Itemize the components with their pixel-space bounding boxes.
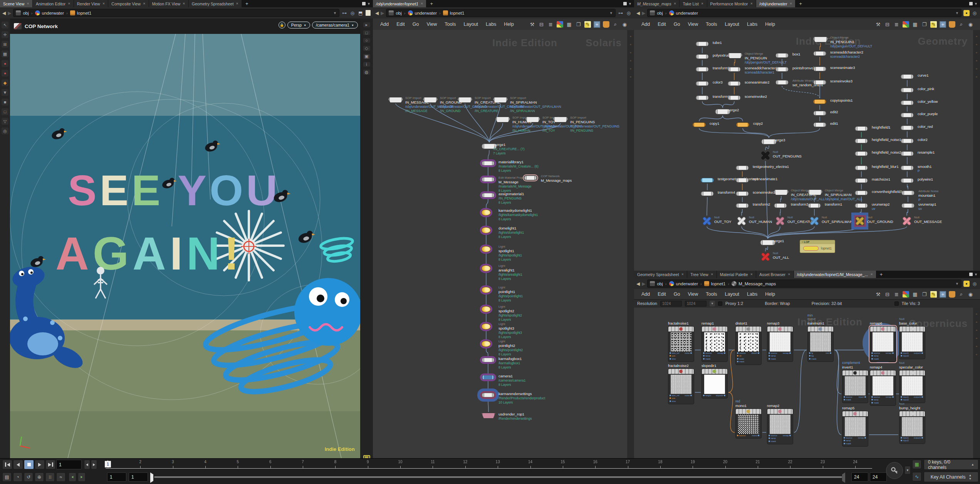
node-karmarendersettings[interactable]: karmarendersettings/Render/Products/rend… bbox=[482, 393, 495, 397]
step-back-button[interactable] bbox=[13, 460, 23, 469]
sticky-note-icon[interactable]: ✎ bbox=[930, 291, 937, 298]
node-sceneaddcharacter1[interactable]: sceneaddcharacter1sceneaddcharacter1 bbox=[728, 67, 741, 72]
snap-icon[interactable]: ▫ bbox=[974, 66, 979, 71]
node-materiallibrary1[interactable]: materiallibrary1/materials/M_Creature...… bbox=[482, 161, 495, 166]
info-icon[interactable]: i bbox=[363, 62, 370, 67]
tab-obj-underwater-lopnet1[interactable]: /obj/underwater/lopnet1✕ bbox=[373, 0, 426, 7]
node-in-spiralman[interactable]: Object MergeIN_SPIRALMAN/obj/spiral_man/… bbox=[808, 190, 822, 195]
menu-add[interactable]: Add bbox=[638, 22, 653, 27]
sim-icon[interactable]: ≈ bbox=[56, 472, 65, 482]
node-remap6[interactable]: sourcerampmaskremap remap6 bbox=[870, 326, 896, 362]
tab-close-icon[interactable]: ✕ bbox=[711, 273, 713, 276]
drop-tool[interactable]: ▼ bbox=[2, 89, 8, 96]
node-in-message[interactable]: SOP ImportIN_MESSAGE/obj/underwater/OUT_… bbox=[388, 97, 403, 102]
node-convertheightfield1[interactable]: convertheightfield1 bbox=[855, 191, 868, 195]
node-arealight1[interactable]: Lightarealight1/lights/arealight18 Layer… bbox=[482, 265, 491, 271]
visibility-icon[interactable]: ◉ bbox=[621, 21, 628, 28]
path-dropdown-icon[interactable]: ▼ bbox=[609, 11, 613, 15]
list-icon[interactable]: ▫ bbox=[974, 58, 979, 63]
dopesheet-icon[interactable]: ⁝⁝ bbox=[45, 472, 55, 482]
node-color-pink[interactable]: color_pink bbox=[901, 88, 914, 92]
node-remap5[interactable]: sourcerampmaskremap remap5 bbox=[842, 411, 868, 447]
list-icon[interactable]: ≣ bbox=[893, 291, 900, 298]
prev-key-button[interactable] bbox=[69, 472, 76, 482]
pointer-icon[interactable]: ▫ bbox=[974, 312, 979, 317]
camera-lock-button[interactable]: 🔒 bbox=[279, 22, 285, 28]
tab-close-icon[interactable]: ✕ bbox=[681, 273, 684, 276]
tree-icon[interactable]: ⊟ bbox=[884, 21, 891, 28]
node-transform1[interactable]: transform1 bbox=[808, 203, 821, 208]
viewport-3d[interactable]: SEE YOU AGAIN! bbox=[10, 18, 360, 458]
palette-icon[interactable] bbox=[903, 291, 909, 298]
resolution-x-field[interactable]: 1024 bbox=[660, 301, 682, 306]
breadcrumb-underwater[interactable]: underwater bbox=[408, 10, 437, 15]
basket-icon[interactable] bbox=[949, 291, 955, 298]
tab-motion-fx-view[interactable]: Motion FX View✕ bbox=[149, 0, 189, 7]
breadcrumb-lopnet1[interactable]: lopnet1 bbox=[443, 10, 465, 15]
frame-icon[interactable]: □ bbox=[363, 30, 370, 35]
tab-performance-monitor[interactable]: Performance Monitor✕ bbox=[707, 0, 757, 7]
pin-icon[interactable]: ⊶ bbox=[341, 10, 347, 16]
palette-icon[interactable] bbox=[903, 21, 909, 28]
nav-forward-button[interactable]: ▶ bbox=[642, 11, 645, 15]
list-icon[interactable]: ≣ bbox=[547, 21, 554, 28]
edit-tool[interactable]: ⊞ bbox=[2, 41, 8, 48]
loop-icon[interactable]: ↺ bbox=[24, 472, 33, 482]
tab-close-icon[interactable]: ✕ bbox=[750, 273, 753, 276]
basket-icon[interactable] bbox=[603, 21, 609, 28]
node-testgeometry-rubbertoy1[interactable]: testgeometry_rubbertoy1 bbox=[701, 178, 714, 183]
nav-back-button[interactable]: ◀ bbox=[636, 11, 640, 15]
node-sceneaddcharacter2[interactable]: sceneaddcharacter2sceneaddcharacter2 bbox=[813, 51, 826, 56]
layout-icon[interactable]: ▣ bbox=[363, 54, 370, 59]
node-pointlight1[interactable]: Lightpointlight1/lights/pointlight18 Lay… bbox=[482, 287, 491, 293]
tree-icon[interactable]: ⊟ bbox=[884, 291, 891, 298]
list-icon[interactable]: ▫ bbox=[974, 336, 979, 341]
node-sceneinvoke1[interactable]: sceneinvoke1 bbox=[736, 191, 749, 196]
network-path-field[interactable]: obj›underwater▼ bbox=[647, 9, 962, 17]
pane-menu-button[interactable]: ▼ bbox=[967, 0, 980, 7]
radar-icon[interactable]: ◎ bbox=[626, 10, 632, 16]
realtime-icon[interactable]: ⊕ bbox=[35, 472, 44, 482]
nav-forward-button[interactable]: ▶ bbox=[642, 281, 645, 286]
image-add-icon[interactable]: + bbox=[940, 291, 946, 298]
pane-menu-button[interactable]: ▼ bbox=[360, 0, 373, 7]
node-karmafogbox1[interactable]: karmafogbox1/karmafogbox18 Layers bbox=[482, 358, 495, 362]
node-in-spiralman[interactable]: SOP ImportIN_SPIRALMAN/obj/underwater/OU… bbox=[493, 97, 508, 102]
menu-edit[interactable]: Edit bbox=[654, 22, 670, 27]
palette-icon[interactable]: ▫ bbox=[974, 74, 979, 79]
layout-icon[interactable]: ▫ bbox=[628, 50, 633, 55]
menu-tools[interactable]: Tools bbox=[441, 22, 459, 27]
breadcrumb-obj[interactable]: obj bbox=[389, 10, 401, 15]
layout-grid-icon[interactable]: ▦ bbox=[912, 291, 918, 298]
node-curve1[interactable]: curve1 bbox=[901, 74, 914, 79]
node-sceneinvoke2[interactable]: sceneinvoke2 bbox=[728, 95, 741, 100]
hollow-tool[interactable]: □ bbox=[2, 108, 8, 115]
node-out-creature[interactable]: NullOUT_CREATURE bbox=[776, 217, 784, 225]
node-base-color[interactable]: input1input2output1 Nullbase_color bbox=[899, 326, 925, 359]
node-heightfield1[interactable]: heightfield1 bbox=[855, 126, 868, 131]
nav-back-button[interactable]: ◀ bbox=[2, 11, 6, 15]
radar-icon[interactable]: ◎ bbox=[972, 281, 978, 287]
snapshot-icon[interactable]: ◍ bbox=[363, 70, 370, 75]
node-sceneinvoke3[interactable]: sceneinvoke3 bbox=[813, 80, 826, 85]
tab-close-icon[interactable]: ✕ bbox=[236, 2, 238, 5]
list-icon[interactable]: ≣ bbox=[893, 21, 900, 28]
node-merge1[interactable]: merge1/IN_CREATURE... (7)7 Layers bbox=[482, 144, 497, 149]
go-to-start-button[interactable] bbox=[2, 460, 12, 469]
tab-obj-underwater[interactable]: /obj/underwater✕ bbox=[756, 0, 795, 7]
node-fractalnoise2[interactable]: size_refpostimenoise fractalnoise2 bbox=[668, 368, 694, 404]
breadcrumb-obj[interactable]: obj bbox=[650, 281, 663, 286]
node-heightfield-noise2[interactable]: heightfield_noise2 bbox=[855, 151, 868, 156]
menu-tools[interactable]: Tools bbox=[702, 22, 720, 27]
node-copy2[interactable]: copy2 bbox=[736, 122, 749, 127]
key-options-dropdown[interactable]: ▼ bbox=[904, 466, 911, 474]
node-sceneanimate2[interactable]: sceneanimate2 bbox=[728, 81, 741, 86]
node-out-penguins[interactable]: NullOUT_PENGUINS bbox=[761, 151, 770, 160]
node-copytopoints1[interactable]: copytopoints1 bbox=[813, 99, 826, 104]
next-key-button[interactable] bbox=[78, 472, 86, 482]
node-in-human[interactable]: SOP ImportIN_HUMAN/obj/underwater/OUT_HU… bbox=[495, 117, 510, 122]
node-pointsfromvolume1[interactable]: pointsfromvolume1 bbox=[775, 67, 789, 72]
node-transform4[interactable]: transform4 bbox=[701, 191, 714, 196]
radar-icon[interactable]: ◎ bbox=[349, 10, 356, 16]
marquee-icon[interactable]: ▫ bbox=[974, 42, 979, 47]
